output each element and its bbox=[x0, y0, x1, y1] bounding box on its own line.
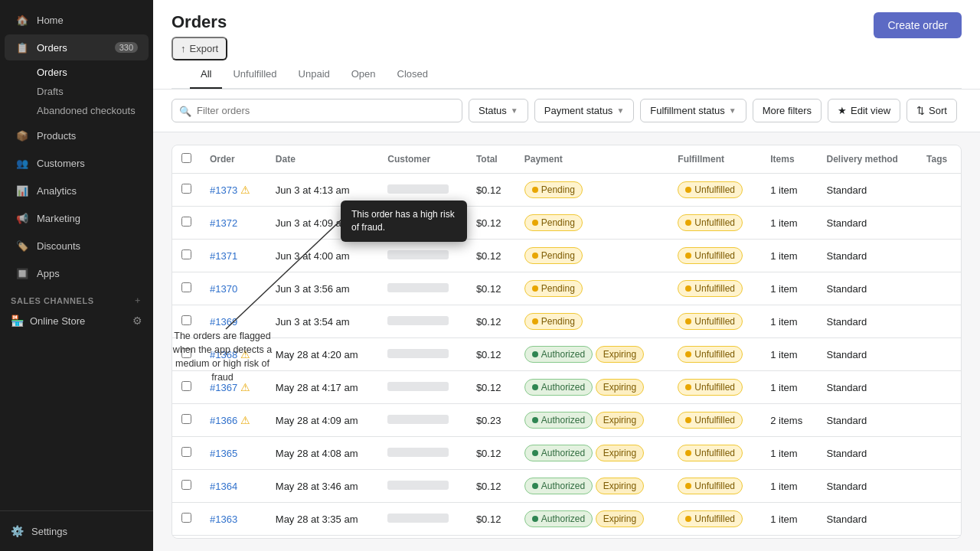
store-settings-icon[interactable]: ⚙ bbox=[132, 315, 142, 327]
sidebar-item-settings[interactable]: ⚙️ Settings bbox=[0, 517, 153, 545]
row-checkbox[interactable] bbox=[181, 513, 191, 523]
sidebar-item-products[interactable]: 📦 Products bbox=[5, 122, 149, 148]
create-order-button[interactable]: Create order bbox=[874, 12, 962, 38]
payment-badge: Pending bbox=[524, 214, 583, 231]
customer-placeholder bbox=[387, 382, 449, 391]
fulfillment-badge: Unfulfilled bbox=[678, 445, 743, 461]
sort-button[interactable]: ⇅ Sort bbox=[906, 99, 957, 122]
order-items: 1 item bbox=[761, 240, 817, 272]
order-link[interactable]: #1373 bbox=[210, 184, 237, 196]
sort-label: Sort bbox=[929, 105, 947, 116]
tabs-bar: All Unfulfilled Unpaid Open Closed bbox=[172, 60, 962, 89]
col-payment: Payment bbox=[515, 145, 669, 174]
order-link[interactable]: #1365 bbox=[210, 448, 237, 459]
fulfillment-status-caret: ▼ bbox=[729, 106, 737, 115]
customer-placeholder bbox=[387, 184, 449, 194]
payment-badge: Authorized bbox=[524, 379, 593, 396]
order-date: Jun 3 at 4:00 am bbox=[266, 240, 378, 272]
fulfillment-status-filter-button[interactable]: Fulfillment status ▼ bbox=[640, 99, 746, 122]
search-wrapper: 🔍 bbox=[172, 99, 462, 122]
fulfillment-badge: Unfulfilled bbox=[678, 412, 743, 429]
settings-label: Settings bbox=[31, 526, 67, 537]
table-row: #1365May 28 at 4:08 am$0.12Authorized Ex… bbox=[172, 437, 961, 470]
row-checkbox[interactable] bbox=[181, 184, 191, 194]
payment-expiring-badge: Expiring bbox=[596, 445, 644, 461]
sidebar-item-customers[interactable]: 👥 Customers bbox=[5, 150, 149, 176]
order-tags bbox=[917, 207, 961, 240]
row-checkbox[interactable] bbox=[181, 414, 191, 424]
order-items: 1 item bbox=[761, 207, 817, 240]
tab-open[interactable]: Open bbox=[341, 60, 387, 89]
sidebar-item-online-store[interactable]: 🏪 Online Store ⚙ bbox=[0, 309, 153, 332]
header-left: Orders ↑ Export bbox=[172, 12, 227, 60]
row-checkbox[interactable] bbox=[181, 315, 191, 325]
sidebar-item-analytics[interactable]: 📊 Analytics bbox=[5, 178, 149, 204]
order-link[interactable]: #1366 bbox=[210, 415, 237, 426]
orders-table-wrapper: Order Date Customer Total Payment Fulfil… bbox=[172, 145, 962, 539]
payment-status-filter-button[interactable]: Payment status ▼ bbox=[534, 99, 635, 122]
sidebar-item-discounts[interactable]: 🏷️ Discounts bbox=[5, 233, 149, 259]
order-delivery: Standard bbox=[818, 207, 918, 240]
row-checkbox[interactable] bbox=[181, 217, 191, 227]
tab-unpaid[interactable]: Unpaid bbox=[288, 60, 341, 89]
search-input[interactable] bbox=[172, 99, 462, 122]
sidebar-item-apps[interactable]: 🔲 Apps bbox=[5, 260, 149, 286]
row-checkbox[interactable] bbox=[181, 249, 191, 259]
col-total: Total bbox=[467, 145, 515, 174]
order-tags bbox=[917, 470, 961, 503]
discounts-icon: 🏷️ bbox=[15, 239, 29, 253]
sidebar-item-customers-label: Customers bbox=[37, 158, 85, 169]
order-items: 1 item bbox=[761, 371, 817, 404]
sidebar-item-orders[interactable]: 📋 Orders 330 bbox=[5, 34, 149, 60]
export-button[interactable]: ↑ Export bbox=[172, 37, 227, 60]
table-row: #1363May 28 at 3:35 am$0.12Authorized Ex… bbox=[172, 503, 961, 536]
order-link[interactable]: #1364 bbox=[210, 481, 237, 492]
sidebar-item-orders-orders[interactable]: Orders bbox=[29, 63, 153, 82]
row-checkbox[interactable] bbox=[181, 480, 191, 490]
main-content: Orders ↑ Export Create order All Unfulfi… bbox=[153, 0, 980, 551]
more-filters-button[interactable]: More filters bbox=[753, 99, 822, 122]
payment-badge: Pending bbox=[524, 181, 583, 198]
payment-expiring-badge: Expiring bbox=[596, 346, 644, 363]
tab-closed[interactable]: Closed bbox=[387, 60, 439, 89]
sidebar-item-marketing[interactable]: 📢 Marketing bbox=[5, 205, 149, 231]
row-checkbox[interactable] bbox=[181, 282, 191, 292]
status-filter-button[interactable]: Status ▼ bbox=[469, 99, 528, 122]
order-link[interactable]: #1370 bbox=[210, 283, 237, 295]
order-total: $0.12 bbox=[467, 338, 515, 371]
tab-unfulfilled[interactable]: Unfulfilled bbox=[222, 60, 287, 89]
fulfillment-badge: Unfulfilled bbox=[678, 181, 743, 198]
order-link[interactable]: #1369 bbox=[210, 316, 237, 328]
col-customer: Customer bbox=[378, 145, 467, 174]
store-icons: ⚙ bbox=[132, 315, 142, 327]
sidebar-item-marketing-label: Marketing bbox=[37, 213, 80, 224]
row-checkbox[interactable] bbox=[181, 447, 191, 457]
fulfillment-badge: Unfulfilled bbox=[678, 510, 743, 527]
sidebar-item-orders-abandoned[interactable]: Abandoned checkouts bbox=[29, 101, 153, 120]
order-link[interactable]: #1372 bbox=[210, 217, 237, 229]
order-link[interactable]: #1363 bbox=[210, 514, 237, 525]
select-all-checkbox[interactable] bbox=[181, 153, 191, 163]
order-link[interactable]: #1371 bbox=[210, 250, 237, 262]
order-total: $0.12 bbox=[467, 240, 515, 272]
edit-view-button[interactable]: ★ Edit view bbox=[828, 99, 900, 122]
order-delivery: Standard bbox=[818, 404, 918, 437]
order-tags bbox=[917, 338, 961, 371]
analytics-icon: 📊 bbox=[15, 184, 29, 197]
order-total: $0.12 bbox=[467, 437, 515, 470]
tab-all[interactable]: All bbox=[190, 60, 222, 89]
search-icon: 🔍 bbox=[179, 105, 191, 116]
order-items: 1 item bbox=[761, 470, 817, 503]
order-delivery: Standard bbox=[818, 240, 918, 272]
online-store-label: Online Store bbox=[30, 315, 85, 327]
order-date: Jun 3 at 3:54 am bbox=[266, 305, 378, 338]
table-row: #1372Jun 3 at 4:09 am$0.12PendingUnfulfi… bbox=[172, 207, 961, 240]
add-sales-channel-icon[interactable]: ＋ bbox=[133, 295, 142, 306]
sidebar-item-orders-drafts[interactable]: Drafts bbox=[29, 82, 153, 101]
order-items: 1 item bbox=[761, 503, 817, 536]
order-date: May 28 at 4:17 am bbox=[266, 371, 378, 404]
payment-expiring-badge: Expiring bbox=[596, 478, 644, 494]
sidebar-item-home[interactable]: 🏠 Home bbox=[5, 7, 149, 33]
order-total: $0.12 bbox=[467, 174, 515, 207]
order-total: $0.12 bbox=[467, 503, 515, 536]
